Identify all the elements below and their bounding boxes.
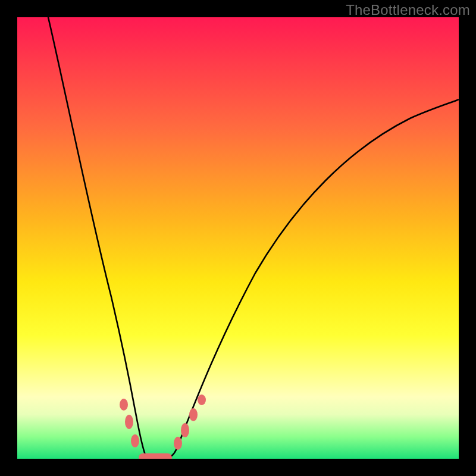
watermark-text: TheBottleneck.com bbox=[346, 2, 470, 18]
highlight-dot bbox=[198, 394, 206, 405]
highlight-dot bbox=[189, 408, 198, 421]
highlight-dot bbox=[125, 415, 133, 429]
highlight-dot bbox=[131, 434, 139, 447]
chart-svg bbox=[17, 17, 459, 459]
valley-bar bbox=[139, 453, 172, 459]
outer-frame: TheBottleneck.com bbox=[0, 0, 476, 476]
bottleneck-curve bbox=[48, 17, 459, 458]
highlight-dot bbox=[120, 399, 128, 411]
plot-area bbox=[17, 17, 459, 459]
highlight-dot bbox=[181, 423, 189, 437]
highlight-dot bbox=[174, 437, 182, 450]
